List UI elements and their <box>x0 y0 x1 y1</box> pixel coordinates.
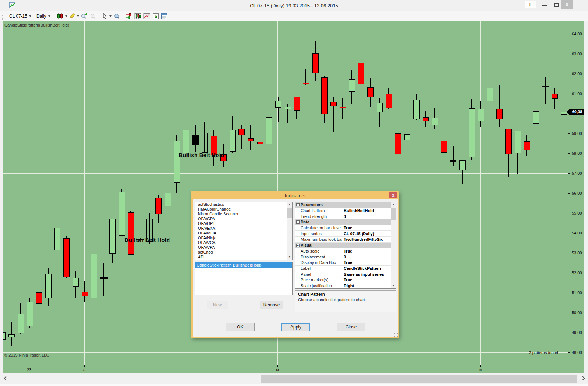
collapse-icon[interactable]: − <box>296 203 300 206</box>
indicator-list-item[interactable]: OFA/DPT <box>195 221 292 226</box>
scrollbar-thumb[interactable] <box>391 208 396 220</box>
property-row[interactable]: Displacement0 <box>295 254 391 260</box>
scroll-left-icon[interactable] <box>4 376 8 380</box>
link-button[interactable]: L <box>525 1 536 8</box>
resize-grip[interactable] <box>394 333 398 337</box>
drawing-tools-icon[interactable] <box>68 12 80 20</box>
property-value[interactable]: CL 07-15 (Daily) <box>342 232 391 236</box>
candle-body <box>183 130 189 153</box>
property-value[interactable]: Right <box>342 284 391 288</box>
candle-body <box>386 94 392 108</box>
chevron-down-icon <box>29 15 31 17</box>
scroll-up-icon[interactable]: ▲ <box>287 202 292 207</box>
minimize-button[interactable] <box>539 0 550 9</box>
collapse-icon[interactable]: − <box>296 220 300 224</box>
account-icon[interactable]: $ <box>151 12 160 20</box>
dialog-close-button[interactable]: x <box>389 192 397 198</box>
property-row[interactable]: Auto scaleTrue <box>295 248 391 254</box>
scrollbar-thumb[interactable] <box>261 375 577 383</box>
property-row[interactable]: LabelCandleStickPattern <box>295 266 391 272</box>
property-value[interactable]: BullishBeltHold <box>342 208 391 213</box>
scrollbar-thumb[interactable] <box>287 208 292 218</box>
property-value[interactable]: CandleStickPattern <box>342 266 391 271</box>
property-row[interactable]: Input seriesCL 07-15 (Daily) <box>295 231 391 237</box>
indicator-list-item[interactable]: HMAColorChange <box>195 207 292 212</box>
period-dropdown[interactable]: Daily <box>34 13 53 20</box>
indicator-list-item[interactable]: OFA/VCA <box>195 240 292 245</box>
zoom-in-icon[interactable] <box>80 12 89 20</box>
candle-body <box>8 334 15 337</box>
property-row[interactable]: Calculate on bar closeTrue <box>295 225 391 231</box>
close-button[interactable]: Close <box>337 323 365 331</box>
property-row[interactable]: PanelSame as input series <box>295 271 391 277</box>
collapse-icon[interactable]: − <box>296 244 300 247</box>
property-group-row[interactable]: −Parameters <box>295 202 391 208</box>
property-grid[interactable]: −ParametersChart PatternBullishBeltHoldT… <box>295 202 396 289</box>
chart-style-icon[interactable] <box>56 12 68 20</box>
toolbar-separator <box>55 13 55 20</box>
indicator-list-item[interactable]: OFA/Ninja <box>195 236 292 240</box>
indicator-list-item[interactable]: OFA/VPA <box>195 245 292 250</box>
property-value[interactable]: True <box>342 226 391 230</box>
candle-body <box>63 238 70 277</box>
scroll-down-icon[interactable]: ▼ <box>391 283 396 288</box>
indicator-panel-icon[interactable] <box>134 12 143 20</box>
strategy-analyzer-icon[interactable] <box>143 12 151 20</box>
window-titlebar[interactable]: CL 07-15 (Daily) 19.03.2015 - 13.06.2015… <box>0 0 588 11</box>
configured-indicator-item[interactable]: CandleStickPattern(BullishBeltHold) <box>195 262 292 268</box>
toolbar-grip[interactable] <box>2 13 4 20</box>
available-indicators-list[interactable]: actStochasticsHMAColorChangeNison Candle… <box>195 202 293 260</box>
candle-body <box>432 118 438 125</box>
property-value[interactable]: 0 <box>342 255 391 259</box>
apply-button[interactable]: Apply <box>281 323 310 331</box>
property-row[interactable]: Price marker(s)True <box>295 277 391 283</box>
indicator-list-item[interactable]: OFA/CPA <box>195 216 292 221</box>
scroll-right-icon[interactable] <box>581 376 585 380</box>
property-row[interactable]: Maximum bars look baTwoHundredFiftySix <box>295 237 391 243</box>
candle-body <box>367 87 374 97</box>
candle-wick <box>545 77 546 104</box>
maximize-button[interactable] <box>551 0 562 9</box>
horizontal-scrollbar[interactable] <box>0 373 588 384</box>
property-value[interactable]: 4 <box>342 214 391 219</box>
indicators-dialog[interactable]: Indicators x actStochasticsHMAColorChang… <box>191 191 399 338</box>
indicator-list-item[interactable]: OFA/EXA <box>195 226 292 231</box>
indicator-list-item[interactable]: OFA/MOA <box>195 231 292 236</box>
property-value[interactable]: True <box>342 249 391 253</box>
property-row[interactable]: Trend strength4 <box>295 213 391 219</box>
property-row[interactable]: Display in Data BoxTrue <box>295 260 391 266</box>
grid-scrollbar[interactable]: ▲ ▼ <box>391 202 396 288</box>
property-value[interactable]: TwoHundredFiftySix <box>342 237 391 241</box>
indicator-list-item[interactable]: actChop <box>195 250 292 255</box>
property-row[interactable]: Chart PatternBullishBeltHold <box>295 208 391 214</box>
price-tick <box>568 233 570 233</box>
property-label: Maximum bars look ba <box>295 237 342 242</box>
property-value[interactable]: True <box>342 278 391 282</box>
property-value[interactable]: True <box>342 260 391 265</box>
property-group-row[interactable]: −Visual <box>295 243 391 248</box>
scroll-up-icon[interactable]: ▲ <box>391 202 396 207</box>
list-scrollbar[interactable]: ▲ ▼ <box>287 202 292 260</box>
candle-body <box>294 97 300 111</box>
indicator-list-item[interactable]: ADL <box>195 255 292 260</box>
close-window-button[interactable]: × <box>561 0 573 9</box>
cursor-icon[interactable] <box>101 12 113 20</box>
indicator-list-item[interactable]: actStochastics <box>195 202 292 207</box>
configured-indicators-list[interactable]: CandleStickPattern(BullishBeltHold) <box>195 262 293 295</box>
indicator-list-item[interactable]: Nison Candle Scanner <box>195 212 292 216</box>
property-group-row[interactable]: −Data <box>295 219 391 225</box>
price-tick <box>568 34 570 34</box>
ok-button[interactable]: OK <box>226 323 255 331</box>
property-value[interactable]: Same as input series <box>342 272 391 277</box>
candle-wick <box>287 104 288 123</box>
data-box-icon[interactable] <box>113 12 122 20</box>
property-label: Auto scale <box>295 248 342 254</box>
remove-button[interactable]: Remove <box>260 301 283 309</box>
chart-trader-icon[interactable] <box>125 12 134 20</box>
property-description: Chart Pattern Choose a candlestick patte… <box>295 290 396 312</box>
property-label: Input series <box>295 231 342 236</box>
properties-icon[interactable] <box>160 12 169 20</box>
instrument-dropdown[interactable]: CL 07-15 <box>7 13 34 20</box>
property-row[interactable]: Scale justificationRight <box>295 283 391 289</box>
scroll-down-icon[interactable]: ▼ <box>287 254 292 260</box>
